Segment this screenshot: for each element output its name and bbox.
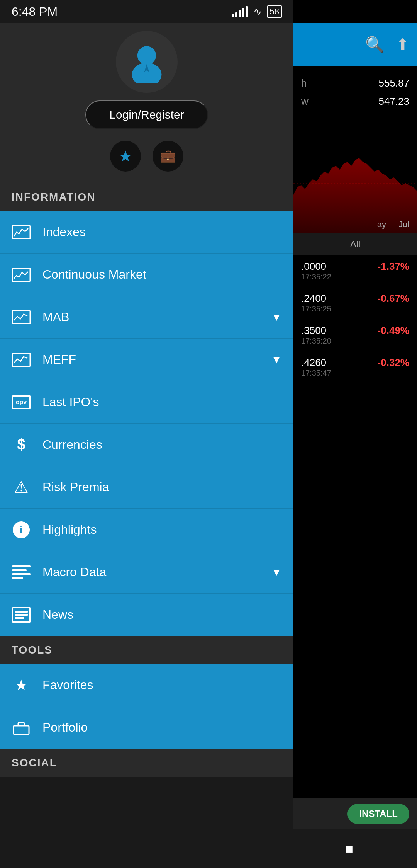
section-tools: TOOLS <box>0 636 293 664</box>
menu-item-meff[interactable]: MEFF ▼ <box>0 339 293 381</box>
recents-button[interactable]: ■ <box>345 841 353 857</box>
menu-item-favorites[interactable]: ★ Favorites <box>0 664 293 706</box>
favorites-label: Favorites <box>42 678 282 692</box>
warning-icon: ⚠ <box>12 478 31 497</box>
market-change-1: -1.37% <box>378 260 409 272</box>
high-label: h <box>301 77 307 89</box>
market-price-4: .4260 <box>301 357 326 369</box>
drawer: 6:48 PM ∿ 58 Login/Register <box>0 0 293 868</box>
indexes-label: Indexes <box>42 225 282 239</box>
status-icons: ∿ 58 <box>232 5 282 18</box>
meff-label: MEFF <box>42 352 259 367</box>
market-change-4: -0.32% <box>378 357 409 369</box>
low-value: 547.23 <box>378 95 409 107</box>
favorites-quick-button[interactable]: ★ <box>110 141 141 172</box>
star-icon: ★ <box>119 147 132 165</box>
market-all-tab[interactable]: All <box>293 233 417 255</box>
avatar <box>116 31 178 93</box>
chart-icon-cm <box>12 265 31 284</box>
stock-chart: ay Jul <box>293 125 417 233</box>
signal-icon <box>232 6 248 17</box>
briefcase-menu-icon <box>12 718 31 737</box>
market-time-3: 17:35:20 <box>301 337 409 345</box>
news-icon <box>12 605 31 625</box>
battery-icon: 58 <box>267 5 282 18</box>
menu-item-portfolio[interactable]: Portfolio <box>0 706 293 749</box>
star-filled-icon: ★ <box>12 676 31 695</box>
login-register-button[interactable]: Login/Register <box>85 100 208 129</box>
install-button[interactable]: INSTALL <box>348 804 409 824</box>
wifi-icon: ∿ <box>253 6 262 18</box>
svg-rect-5 <box>12 268 30 281</box>
search-icon[interactable]: 🔍 <box>365 36 385 54</box>
menu-item-highlights[interactable]: i Highlights <box>0 509 293 551</box>
menu-item-risk-premia[interactable]: ⚠ Risk Premia <box>0 466 293 509</box>
section-social: SOCIAL <box>0 749 293 777</box>
svg-rect-4 <box>12 226 30 239</box>
section-information-label: INFORMATION <box>12 191 95 203</box>
high-value: 555.87 <box>378 77 409 89</box>
market-row-3[interactable]: .3500 -0.49% 17:35:20 <box>293 319 417 351</box>
svg-point-1 <box>137 46 156 65</box>
right-panel: 🔍 ⬆ h 555.87 w 547.23 ay Jul All <box>293 0 417 868</box>
quick-icons: ★ 💼 <box>110 141 183 172</box>
last-ipos-label: Last IPO's <box>42 395 282 409</box>
market-row-1[interactable]: .0000 -1.37% 17:35:22 <box>293 255 417 287</box>
portfolio-quick-button[interactable]: 💼 <box>153 141 183 172</box>
menu-item-indexes[interactable]: Indexes <box>0 211 293 254</box>
highlights-label: Highlights <box>42 523 282 537</box>
section-information: INFORMATION <box>0 183 293 211</box>
meff-chevron-icon: ▼ <box>271 354 282 366</box>
chart-jul-label: Jul <box>398 220 409 230</box>
drawer-header: Login/Register ★ 💼 <box>0 0 293 183</box>
continuous-market-label: Continuous Market <box>42 267 282 282</box>
menu-item-news[interactable]: News <box>0 594 293 636</box>
news-label: News <box>42 608 282 622</box>
market-change-2: -0.67% <box>378 293 409 305</box>
market-time-1: 17:35:22 <box>301 272 409 281</box>
market-change-3: -0.49% <box>378 325 409 337</box>
market-price-3: .3500 <box>301 325 326 337</box>
market-time-4: 17:35:47 <box>301 369 409 378</box>
install-banner: INSTALL <box>293 798 417 829</box>
low-label: w <box>301 95 309 107</box>
status-bar: 6:48 PM ∿ 58 <box>0 0 293 23</box>
mab-label: MAB <box>42 310 259 324</box>
macro-icon <box>12 563 31 582</box>
section-social-label: SOCIAL <box>12 757 57 769</box>
chart-icon-meff <box>12 350 31 369</box>
info-icon: i <box>12 520 31 540</box>
menu-item-last-ipos[interactable]: opv Last IPO's <box>0 381 293 424</box>
dollar-icon: $ <box>12 435 31 454</box>
right-header: 🔍 ⬆ <box>293 23 417 66</box>
macro-data-label: Macro Data <box>42 565 259 579</box>
menu-item-macro-data[interactable]: Macro Data ▼ <box>0 551 293 594</box>
market-price-1: .0000 <box>301 260 326 272</box>
market-price-2: .2400 <box>301 293 326 305</box>
chart-may-label: ay <box>377 220 386 230</box>
risk-premia-label: Risk Premia <box>42 480 282 494</box>
portfolio-label: Portfolio <box>42 720 282 735</box>
share-icon[interactable]: ⬆ <box>396 36 409 53</box>
chart-icon <box>12 223 31 242</box>
stock-data: h 555.87 w 547.23 <box>293 66 417 125</box>
macro-data-chevron-icon: ▼ <box>271 566 282 579</box>
menu-item-continuous-market[interactable]: Continuous Market <box>0 254 293 296</box>
chart-icon-mab <box>12 308 31 327</box>
briefcase-icon: 💼 <box>160 148 176 164</box>
currencies-label: Currencies <box>42 437 282 452</box>
status-time: 6:48 PM <box>12 5 58 19</box>
opv-icon: opv <box>12 393 31 412</box>
menu-item-currencies[interactable]: $ Currencies <box>0 424 293 466</box>
section-tools-label: TOOLS <box>12 644 53 656</box>
market-row-2[interactable]: .2400 -0.67% 17:35:25 <box>293 287 417 319</box>
market-time-2: 17:35:25 <box>301 305 409 313</box>
market-row-4[interactable]: .4260 -0.32% 17:35:47 <box>293 351 417 383</box>
menu-item-mab[interactable]: MAB ▼ <box>0 296 293 339</box>
mab-chevron-icon: ▼ <box>271 311 282 323</box>
